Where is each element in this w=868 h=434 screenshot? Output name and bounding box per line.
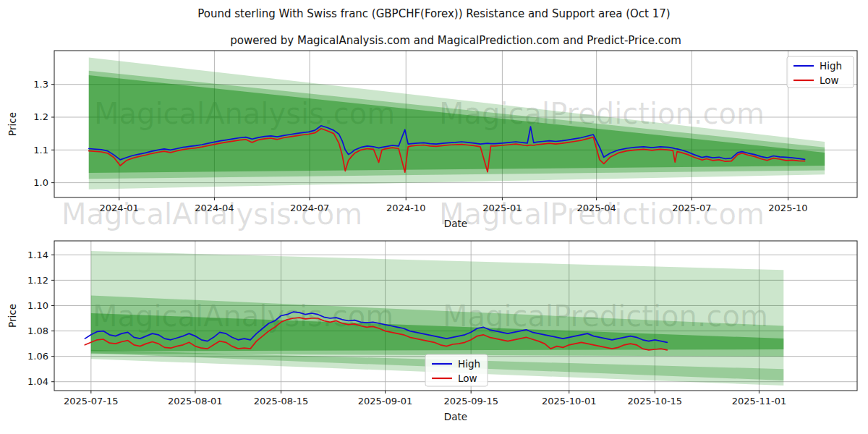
y-axis-label: Price (7, 304, 18, 328)
x-axis: 2025-07-152025-08-012025-08-152025-09-01… (64, 391, 786, 407)
top-chart: MagicalAnalysis.comMagicalPrediction.com… (7, 51, 857, 231)
y-axis: 1.01.11.21.3 (33, 79, 54, 188)
x-tick-label: 2025-09-15 (443, 396, 498, 407)
y-tick-label: 1.10 (27, 300, 48, 311)
x-axis-label: Date (444, 411, 467, 422)
y-tick-label: 1.14 (27, 250, 48, 260)
y-tick-label: 1.3 (33, 79, 48, 90)
y-axis-label: Price (7, 112, 18, 136)
legend: HighLow (787, 56, 854, 88)
x-tick-label: 2024-04 (195, 203, 234, 213)
y-tick-label: 1.2 (33, 111, 48, 122)
x-tick-label: 2025-01 (482, 203, 522, 213)
x-tick-label: 2025-08-15 (254, 396, 309, 407)
legend-label-high: High (458, 358, 480, 370)
x-tick-label: 2024-07 (290, 203, 329, 213)
x-axis-label: Date (444, 218, 467, 229)
y-tick-label: 1.08 (27, 326, 48, 336)
x-tick-label: 2024-01 (100, 203, 139, 213)
y-tick-label: 1.0 (33, 177, 48, 188)
legend-label-low: Low (458, 373, 477, 384)
legend: HighLow (425, 354, 488, 386)
figure: Pound sterling With Swiss franc (GBPCHF(… (0, 0, 868, 434)
x-tick-label: 2025-08-01 (168, 396, 223, 407)
x-tick-label: 2025-10-01 (542, 396, 597, 407)
y-tick-label: 1.1 (33, 145, 48, 156)
legend-label-low: Low (820, 75, 839, 86)
y-axis: 1.041.061.081.101.121.14 (27, 250, 54, 387)
x-tick-label: 2025-04 (576, 203, 616, 213)
charts-canvas: MagicalAnalysis.comMagicalPrediction.com… (0, 0, 868, 434)
bottom-chart: MagicalAnalysis.comMagicalPrediction.com… (7, 241, 857, 422)
x-tick-label: 2025-10-15 (628, 396, 683, 407)
x-tick-label: 2025-10 (768, 203, 807, 213)
x-tick-label: 2025-07 (672, 203, 711, 213)
x-tick-label: 2025-07-15 (64, 396, 119, 407)
y-tick-label: 1.06 (27, 351, 48, 362)
legend-label-high: High (820, 60, 842, 72)
x-tick-label: 2025-11-01 (732, 396, 787, 407)
x-tick-label: 2024-10 (386, 203, 425, 213)
y-tick-label: 1.12 (27, 275, 48, 286)
x-tick-label: 2025-09-01 (358, 396, 413, 407)
y-tick-label: 1.04 (27, 376, 48, 387)
